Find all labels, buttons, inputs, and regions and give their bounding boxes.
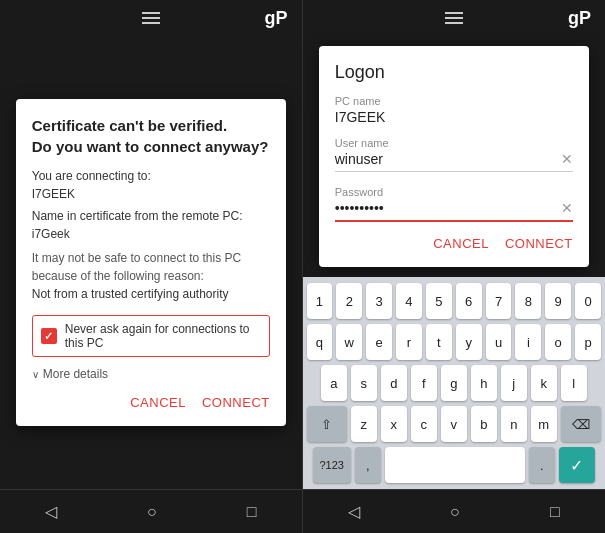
reason-text: Not from a trusted certifying authority (32, 285, 270, 303)
keyboard-row-qwerty: q w e r t y u i o p (307, 324, 602, 360)
hamburger-icon[interactable] (142, 12, 160, 24)
key-8[interactable]: 8 (515, 283, 541, 319)
logon-dialog: Logon PC name I7GEEK User name ✕ Passwor… (319, 46, 589, 267)
logon-title: Logon (335, 62, 573, 83)
key-x[interactable]: x (381, 406, 407, 442)
right-connect-button[interactable]: CONNECT (505, 236, 573, 251)
left-bottom-nav: ◁ ○ □ (0, 489, 302, 533)
right-logo: gP (568, 8, 591, 29)
key-1[interactable]: 1 (307, 283, 333, 319)
left-content: Certificate can't be verified.Do you wan… (0, 36, 302, 489)
left-connect-button[interactable]: CONNECT (202, 395, 270, 410)
connecting-label: You are connecting to: (32, 167, 270, 185)
chevron-icon: ∨ (32, 369, 39, 380)
keyboard-row-asdf: a s d f g h j k l (307, 365, 602, 401)
key-q[interactable]: q (307, 324, 333, 360)
more-details-row[interactable]: ∨ More details (32, 367, 270, 381)
key-h[interactable]: h (471, 365, 497, 401)
key-d[interactable]: d (381, 365, 407, 401)
key-3[interactable]: 3 (366, 283, 392, 319)
username-label: User name (335, 137, 573, 149)
more-details-label: More details (43, 367, 108, 381)
right-recent-button[interactable]: □ (550, 503, 560, 521)
key-o[interactable]: o (545, 324, 571, 360)
key-s[interactable]: s (351, 365, 377, 401)
password-clear-icon[interactable]: ✕ (561, 200, 573, 216)
key-l[interactable]: l (561, 365, 587, 401)
certificate-dialog: Certificate can't be verified.Do you wan… (16, 99, 286, 426)
password-input[interactable] (335, 200, 561, 216)
key-u[interactable]: u (486, 324, 512, 360)
key-i[interactable]: i (515, 324, 541, 360)
left-cancel-button[interactable]: CANCEL (130, 395, 186, 410)
password-row[interactable]: ✕ (335, 200, 573, 222)
key-e[interactable]: e (366, 324, 392, 360)
username-input[interactable] (335, 151, 561, 167)
key-p[interactable]: p (575, 324, 601, 360)
key-period[interactable]: . (529, 447, 555, 483)
right-header: gP (303, 0, 606, 36)
key-m[interactable]: m (531, 406, 557, 442)
logon-actions: CANCEL CONNECT (335, 236, 573, 251)
key-space[interactable] (385, 447, 525, 483)
key-w[interactable]: w (336, 324, 362, 360)
pc-name-label: PC name (335, 95, 573, 107)
key-5[interactable]: 5 (426, 283, 452, 319)
left-header: gP (0, 0, 302, 36)
username-clear-icon[interactable]: ✕ (561, 151, 573, 167)
left-logo: gP (264, 8, 287, 29)
key-n[interactable]: n (501, 406, 527, 442)
left-panel: gP Certificate can't be verified.Do you … (0, 0, 302, 533)
right-home-button[interactable]: ○ (450, 503, 460, 521)
right-hamburger-icon[interactable] (445, 12, 463, 24)
username-row[interactable]: ✕ (335, 151, 573, 172)
password-label: Password (335, 186, 573, 198)
never-ask-row[interactable]: Never ask again for connections to this … (32, 315, 270, 357)
key-4[interactable]: 4 (396, 283, 422, 319)
recent-button[interactable]: □ (247, 503, 257, 521)
dialog-actions: CANCEL CONNECT (32, 395, 270, 410)
connecting-value: I7GEEK (32, 185, 270, 203)
key-g[interactable]: g (441, 365, 467, 401)
key-comma[interactable]: , (355, 447, 381, 483)
right-cancel-button[interactable]: CANCEL (433, 236, 489, 251)
keyboard-row-zxcv: ⇧ z x c v b n m ⌫ (307, 406, 602, 442)
key-6[interactable]: 6 (456, 283, 482, 319)
key-z[interactable]: z (351, 406, 377, 442)
key-symbols[interactable]: ?123 (313, 447, 351, 483)
cert-value: i7Geek (32, 225, 270, 243)
keyboard-row-numbers: 1 2 3 4 5 6 7 8 9 0 (307, 283, 602, 319)
key-v[interactable]: v (441, 406, 467, 442)
right-bottom-nav: ◁ ○ □ (303, 489, 606, 533)
right-panel: gP Logon PC name I7GEEK User name ✕ Pass… (303, 0, 606, 533)
key-2[interactable]: 2 (336, 283, 362, 319)
key-0[interactable]: 0 (575, 283, 601, 319)
dialog-body: You are connecting to: I7GEEK Name in ce… (32, 167, 270, 303)
key-shift[interactable]: ⇧ (307, 406, 347, 442)
home-button[interactable]: ○ (147, 503, 157, 521)
never-ask-label: Never ask again for connections to this … (65, 322, 261, 350)
keyboard-row-bottom: ?123 , . ✓ (307, 447, 602, 483)
key-j[interactable]: j (501, 365, 527, 401)
warning-text: It may not be safe to connect to this PC… (32, 249, 270, 285)
key-b[interactable]: b (471, 406, 497, 442)
key-enter[interactable]: ✓ (559, 447, 595, 483)
back-button[interactable]: ◁ (45, 502, 57, 521)
key-r[interactable]: r (396, 324, 422, 360)
keyboard: 1 2 3 4 5 6 7 8 9 0 q w e r t y u i o p … (303, 277, 606, 489)
key-backspace[interactable]: ⌫ (561, 406, 601, 442)
key-y[interactable]: y (456, 324, 482, 360)
never-ask-checkbox[interactable] (41, 328, 57, 344)
right-back-button[interactable]: ◁ (348, 502, 360, 521)
key-a[interactable]: a (321, 365, 347, 401)
key-9[interactable]: 9 (545, 283, 571, 319)
right-top-area: Logon PC name I7GEEK User name ✕ Passwor… (303, 36, 606, 277)
key-t[interactable]: t (426, 324, 452, 360)
key-7[interactable]: 7 (486, 283, 512, 319)
dialog-title: Certificate can't be verified.Do you wan… (32, 115, 270, 157)
key-f[interactable]: f (411, 365, 437, 401)
key-k[interactable]: k (531, 365, 557, 401)
cert-label: Name in certificate from the remote PC: (32, 207, 270, 225)
key-c[interactable]: c (411, 406, 437, 442)
pc-name-value: I7GEEK (335, 109, 573, 125)
